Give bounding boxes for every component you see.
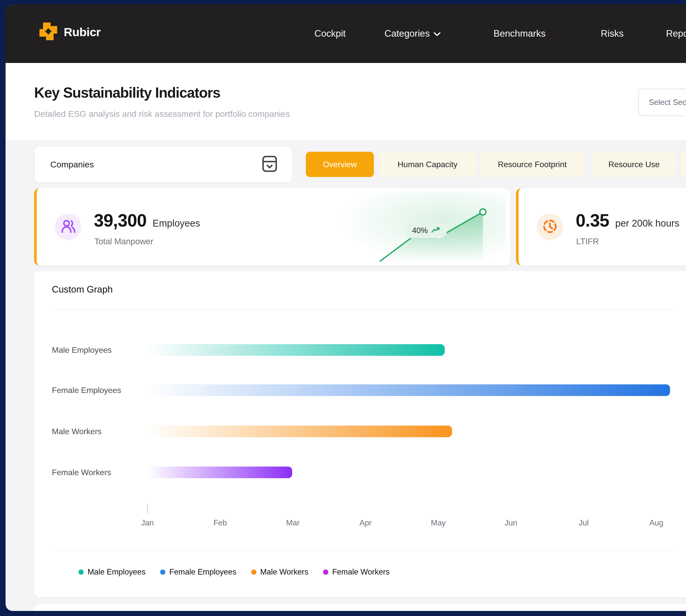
bar-label-female-employees: Female Employees — [52, 384, 121, 396]
nav-item-reports[interactable]: Reports — [666, 4, 686, 63]
legend-dot — [251, 570, 257, 575]
bar-female-workers — [147, 466, 292, 478]
page-title: Key Sustainability Indicators — [34, 84, 220, 101]
legend-item-female-workers[interactable]: Female Workers — [323, 568, 389, 576]
custom-graph-card: Custom Graph Male EmployeesFemale Employ… — [34, 271, 686, 597]
kpi-unit: per 200k hours — [615, 218, 680, 229]
tab-resource-use[interactable]: Resource Use — [592, 152, 677, 177]
nav-item-label: Benchmarks — [493, 28, 545, 39]
nav-item-categories[interactable]: Categories — [385, 4, 441, 63]
axis-tick — [147, 503, 148, 513]
app-window: Rubicr CockpitCategoriesBenchmarksRisksR… — [5, 4, 686, 611]
bar-female-employees — [147, 384, 670, 396]
kpi-value-row: 39,300 Employees — [94, 211, 200, 230]
trend-badge: 40% — [405, 223, 447, 239]
nav-item-label: Categories — [385, 28, 430, 39]
trend-badge-value: 40% — [412, 226, 428, 235]
legend-dot — [160, 570, 166, 575]
kpi-value: 0.35 — [576, 211, 609, 230]
legend-dot — [79, 570, 84, 575]
x-tick-aug: Aug — [649, 519, 663, 528]
x-tick-apr: Apr — [360, 519, 371, 528]
nav-item-cockpit[interactable]: Cockpit — [315, 4, 345, 63]
kpi-label: LTIFR — [576, 237, 599, 246]
kpi-value-row: 0.35 per 200k hours — [576, 211, 680, 230]
legend-item-male-employees[interactable]: Male Employees — [79, 568, 146, 576]
sector-select-value: Select Sector — [649, 98, 686, 107]
page-header: Key Sustainability Indicators Detailed E… — [5, 63, 686, 141]
kpi-icon-circle — [55, 214, 81, 240]
sector-select[interactable]: Select Sector — [638, 89, 686, 116]
kpi-value: 39,300 — [94, 211, 147, 230]
x-tick-jun: Jun — [505, 519, 517, 528]
tab-human-capacity[interactable]: Human Capacity — [379, 152, 476, 177]
x-tick-jul: Jul — [579, 519, 589, 528]
tab-overview[interactable]: Overview — [306, 152, 374, 177]
kpi-card-total-manpower: 39,300 Employees Total Manpower 40% — [34, 188, 510, 265]
bar-label-male-workers: Male Workers — [52, 425, 102, 437]
dropdown-panel-icon — [262, 155, 278, 174]
x-tick-jan: Jan — [141, 519, 154, 528]
kpi-label: Total Manpower — [94, 237, 153, 246]
top-navbar: Rubicr CockpitCategoriesBenchmarksRisksR… — [5, 4, 686, 63]
nav-item-label: Cockpit — [315, 28, 345, 39]
brand-logo[interactable]: Rubicr — [38, 21, 101, 43]
legend-dot — [323, 570, 328, 575]
trending-up-icon — [431, 227, 440, 235]
bar-male-workers — [147, 425, 452, 437]
tab-partial[interactable] — [681, 152, 686, 177]
nav-item-benchmarks[interactable]: Benchmarks — [493, 4, 545, 63]
legend-label: Male Workers — [260, 568, 308, 576]
legend-item-female-employees[interactable]: Female Employees — [160, 568, 236, 576]
screen: Rubicr CockpitCategoriesBenchmarksRisksR… — [0, 0, 686, 616]
clock-icon — [542, 219, 558, 235]
companies-select-label: Companies — [50, 159, 94, 170]
nav-item-label: Risks — [601, 28, 623, 39]
x-tick-feb: Feb — [214, 519, 227, 528]
brand-name: Rubicr — [64, 25, 101, 39]
divider — [52, 550, 678, 551]
next-card-partial — [34, 604, 686, 611]
kpi-card-ltifr: 0.35 per 200k hours LTIFR — [516, 188, 686, 265]
pinwheel-logo-icon — [38, 21, 59, 43]
chart-title: Custom Graph — [52, 284, 113, 295]
chart-legend: Male EmployeesFemale EmployeesMale Worke… — [79, 566, 389, 578]
nav-item-risks[interactable]: Risks — [601, 4, 623, 63]
companies-select[interactable]: Companies — [34, 146, 293, 183]
kpi-unit: Employees — [152, 218, 200, 229]
divider — [52, 309, 678, 310]
bar-male-employees — [147, 344, 445, 356]
legend-label: Male Employees — [87, 568, 146, 576]
legend-label: Female Workers — [332, 568, 389, 576]
users-icon — [61, 219, 76, 235]
nav-item-label: Reports — [666, 28, 686, 39]
bar-label-female-workers: Female Workers — [52, 466, 111, 478]
x-tick-may: May — [431, 519, 446, 528]
tab-resource-footprint[interactable]: Resource Footprint — [480, 152, 584, 177]
kpi-icon-circle — [537, 214, 563, 240]
x-tick-mar: Mar — [286, 519, 300, 528]
legend-item-male-workers[interactable]: Male Workers — [251, 568, 308, 576]
bar-label-male-employees: Male Employees — [52, 344, 112, 356]
page-subtitle: Detailed ESG analysis and risk assessmen… — [34, 109, 290, 119]
chevron-down-icon — [433, 28, 441, 39]
page-body: Companies OverviewHuman CapacityResource… — [5, 141, 686, 611]
legend-label: Female Employees — [169, 568, 236, 576]
